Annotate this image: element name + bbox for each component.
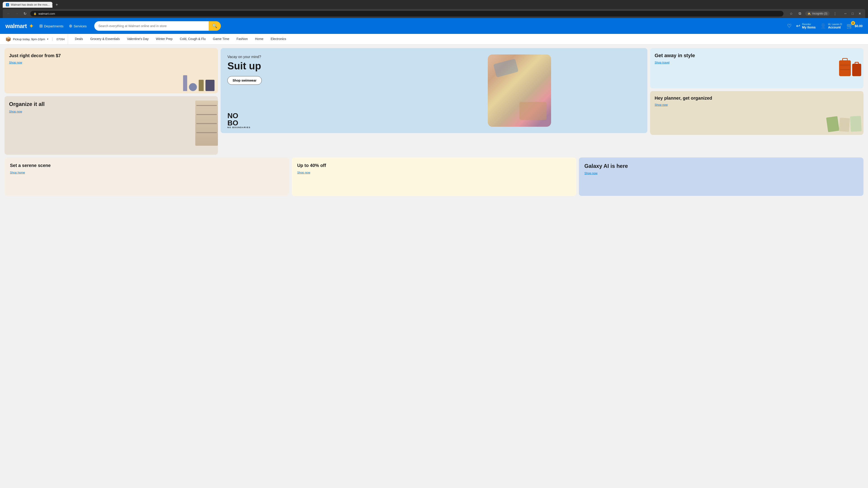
maximize-button[interactable]: □ (850, 11, 855, 16)
tab-favicon (6, 3, 9, 6)
reorder-icon: ↩ (796, 23, 800, 29)
nav-item-grocery[interactable]: Grocery & Essentials (87, 34, 123, 44)
discount-link[interactable]: Shop now (297, 171, 310, 174)
planner-card[interactable]: Hey planner, get organized Shop now (650, 91, 864, 135)
serene-card[interactable]: Set a serene scene Shop home (4, 158, 289, 196)
candle-tall (183, 75, 187, 91)
spark-icon: ✦ (29, 22, 34, 30)
organize-link[interactable]: Shop now (9, 110, 213, 113)
decor-items (183, 75, 215, 91)
reorder-action[interactable]: ↩ Reorder My Items (796, 23, 815, 29)
pickup-label: Pickup today, 9pm-10pm (13, 37, 45, 41)
galaxy-link[interactable]: Shop now (584, 171, 597, 175)
decor-link[interactable]: Shop now (9, 61, 213, 64)
location-icon: 📦 (5, 36, 11, 42)
walmart-logo[interactable]: walmart ✦ (5, 22, 34, 30)
header-right: ♡ ↩ Reorder My Items 👤 Hi, Lauren D Acco… (787, 23, 863, 29)
serene-link[interactable]: Shop home (10, 171, 25, 174)
split-screen-button[interactable]: ⧉ (797, 10, 803, 17)
location-bar[interactable]: 📦 Pickup today, 9pm-10pm ▾ | 07094 (5, 34, 68, 44)
cart-action[interactable]: 🛒 0 $0.00 (846, 23, 863, 29)
luggage-small (852, 64, 861, 76)
shelf3 (196, 123, 217, 124)
account-main: Account (828, 26, 842, 29)
nav-item-electronics[interactable]: Electronics (267, 34, 289, 44)
close-button[interactable]: ✕ (857, 11, 863, 16)
suitcase-body (839, 60, 851, 76)
secondary-nav: 📦 Pickup today, 9pm-10pm ▾ | 07094 Deals… (0, 34, 868, 44)
walmart-header: walmart ✦ ⊞ Departments ⊛ Services 🔍 ♡ ↩… (0, 18, 868, 34)
departments-label: Departments (44, 24, 64, 28)
category-nav: Deals Grocery & Essentials Valentine's D… (68, 34, 290, 44)
vase-dark (206, 80, 215, 91)
bowl-decor (189, 83, 197, 91)
grid-icon: ⊞ (39, 24, 43, 29)
bookmark-button[interactable]: ☆ (788, 10, 794, 17)
wishlist-action[interactable]: ♡ (787, 23, 792, 29)
search-button[interactable]: 🔍 (209, 21, 221, 31)
cart-price: $0.00 (855, 24, 863, 28)
notebook-green (826, 116, 839, 132)
new-tab-button[interactable]: + (54, 2, 60, 8)
departments-nav[interactable]: ⊞ Departments (39, 24, 64, 29)
tab-bar: Walmart has deals on the mos... ✕ + (3, 2, 865, 8)
nav-item-game[interactable]: Game Time (209, 34, 233, 44)
hero-card[interactable]: Vacay on your mind? Suit up Shop swimwea… (221, 48, 647, 133)
forward-button[interactable]: → (13, 10, 20, 17)
browser-nav-bar: ← → ↻ 🔒 walmart.com ☆ ⧉ 🕵 Incognito (3) … (3, 9, 865, 18)
more-options-button[interactable]: ⋮ (832, 10, 838, 17)
address-bar[interactable]: 🔒 walmart.com (30, 11, 783, 17)
notebook-display (827, 116, 861, 131)
shelf1 (196, 105, 217, 106)
services-nav[interactable]: ⊛ Services (69, 24, 87, 29)
travel-link[interactable]: Shop travel (655, 61, 670, 64)
cart-count: 0 (851, 21, 855, 25)
lock-icon: 🔒 (33, 12, 37, 15)
hero-btn[interactable]: Shop swimwear (227, 76, 262, 85)
planner-link[interactable]: Shop now (655, 103, 668, 106)
decor-card[interactable]: Just right decor from $7 Shop now (4, 48, 218, 93)
organize-card[interactable]: Organize it all Shop now (4, 96, 218, 155)
nav-item-winter[interactable]: Winter Prep (152, 34, 176, 44)
swimwear-display (391, 48, 647, 133)
back-button[interactable]: ← (5, 10, 12, 17)
circle-grid-icon: ⊛ (69, 24, 72, 29)
nav-item-home[interactable]: Home (251, 34, 267, 44)
notebook-light (850, 116, 862, 132)
account-text: Hi, Lauren D Account (828, 23, 842, 29)
belt2 (840, 69, 850, 70)
account-icon: 👤 (820, 23, 826, 29)
search-bar: 🔍 (94, 21, 221, 31)
discount-card[interactable]: Up to 40% off Shop now (292, 158, 577, 196)
chevron-down-icon: ▾ (47, 37, 49, 41)
window-controls: ─ □ ✕ (843, 11, 863, 16)
galaxy-card[interactable]: Galaxy AI is here Shop now (579, 158, 864, 196)
luggage-display (839, 60, 861, 76)
cart-icon: 🛒 0 (846, 23, 853, 29)
active-tab[interactable]: Walmart has deals on the mos... ✕ (3, 2, 53, 8)
search-input[interactable] (94, 21, 209, 31)
serene-title: Set a serene scene (10, 163, 284, 168)
url-display: walmart.com (38, 12, 55, 15)
organize-title: Organize it all (9, 101, 213, 107)
notebook-beige (839, 118, 850, 132)
nav-buttons: ← → ↻ (5, 10, 28, 17)
swimsuit-bottom (520, 102, 547, 120)
left-column: Just right decor from $7 Shop now Organi… (4, 48, 218, 155)
nav-item-deals[interactable]: Deals (71, 34, 87, 44)
nav-item-fashion[interactable]: Fashion (233, 34, 251, 44)
account-action[interactable]: 👤 Hi, Lauren D Account (820, 23, 842, 29)
shelf2 (196, 114, 217, 115)
nav-item-valentines[interactable]: Valentine's Day (123, 34, 152, 44)
reload-button[interactable]: ↻ (22, 10, 28, 17)
minimize-button[interactable]: ─ (843, 11, 848, 16)
right-column: Get away in style Shop travel (650, 48, 864, 155)
brand-logo: NOBO (227, 112, 251, 127)
travel-card[interactable]: Get away in style Shop travel (650, 48, 864, 88)
nav-item-cold[interactable]: Cold, Cough & Flu (176, 34, 209, 44)
reorder-text: Reorder My Items (802, 23, 815, 29)
swimsuit-top (493, 59, 519, 77)
handle (842, 58, 848, 60)
bottom-row: Set a serene scene Shop home Up to 40% o… (4, 158, 864, 196)
tab-close-button[interactable]: ✕ (52, 3, 53, 6)
